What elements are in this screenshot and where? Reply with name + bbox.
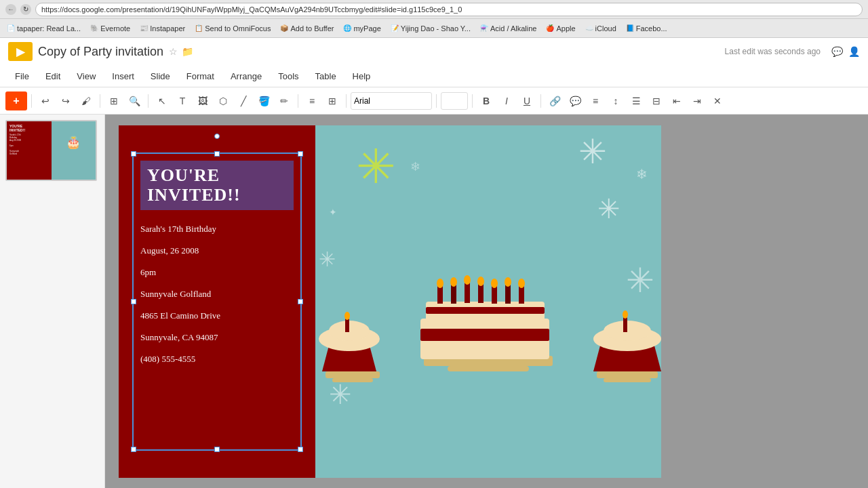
svg-rect-3 (420, 329, 549, 341)
menu-edit[interactable]: Edit (39, 68, 67, 84)
presentation-title: Copy of Party invitation (38, 45, 163, 59)
svg-rect-5 (426, 307, 545, 314)
zoom-button[interactable]: ⊞ (104, 92, 123, 110)
text-button[interactable]: T (173, 92, 192, 110)
handle-top-left[interactable] (131, 151, 136, 157)
menu-tools[interactable]: Tools (271, 68, 305, 84)
comment-button[interactable]: 💬 (566, 92, 585, 110)
bookmark-instapaper[interactable]: 📰 Instapaper (136, 23, 189, 34)
toolbar-divider-1 (31, 94, 32, 108)
toolbar-divider-8 (540, 94, 541, 108)
bookmark-acid-label: Acid / Alkaline (490, 24, 536, 33)
menu-format[interactable]: Format (180, 68, 221, 84)
line-button[interactable]: ╱ (234, 92, 253, 110)
browser-refresh-button[interactable]: ↻ (20, 4, 31, 15)
thumb-right: 🎂 (52, 121, 96, 180)
handle-top-right[interactable] (298, 151, 303, 157)
bookmark-tapaper[interactable]: 📄 tapaper: Read La... (3, 23, 85, 34)
link-button[interactable]: 🔗 (545, 92, 564, 110)
bold-button[interactable]: B (477, 92, 496, 110)
font-size-input[interactable]: 28 (441, 92, 468, 110)
bookmark-apple[interactable]: 🍎 Apple (542, 23, 579, 34)
svg-point-7 (437, 279, 443, 288)
pen-button[interactable]: ✏ (275, 92, 294, 110)
handle-mid-left[interactable] (131, 299, 136, 304)
indent-left-button[interactable]: ⇤ (667, 92, 686, 110)
event-time: 6pm (140, 267, 294, 278)
bookmark-mypage[interactable]: 🌐 myPage (339, 23, 384, 34)
add-button[interactable]: + (5, 92, 27, 110)
table-button[interactable]: ⊞ (323, 92, 342, 110)
select-button[interactable]: ↖ (153, 92, 172, 110)
text-block-selection[interactable]: YOU'RE INVITED!! Sarah's 17th Birthday A… (132, 152, 302, 451)
bookmark-facebook-label: Facebo... (636, 24, 667, 33)
paint-format-button[interactable]: 🖌 (77, 92, 96, 110)
italic-button[interactable]: I (497, 92, 516, 110)
svg-rect-25 (604, 378, 651, 382)
tapaper-icon: 📄 (7, 24, 15, 32)
menu-slide[interactable]: Slide (144, 68, 177, 84)
svg-point-11 (464, 275, 471, 285)
underline-button[interactable]: U (517, 92, 536, 110)
acid-icon: ⚗️ (480, 24, 488, 32)
main-area: YOU'REINVITED!! Sarah's 17thBirthdayAug … (0, 115, 868, 488)
browser-back-button[interactable]: ← (5, 4, 16, 15)
slide-thumbnail-1[interactable]: YOU'REINVITED!! Sarah's 17thBirthdayAug … (5, 120, 97, 181)
menu-table[interactable]: Table (309, 68, 343, 84)
handle-bottom-left[interactable] (131, 447, 136, 452)
bookmark-yijing[interactable]: 📝 Yijing Dao - Shao Y... (387, 23, 475, 34)
browser-bar: ← ↻ https://docs.google.com/presentation… (0, 0, 868, 19)
menu-arrange[interactable]: Arrange (224, 68, 269, 84)
instapaper-icon: 📰 (140, 24, 148, 32)
bookmark-icloud[interactable]: ☁️ iCloud (581, 23, 620, 34)
star-icon[interactable]: ☆ (169, 46, 178, 57)
fill-button[interactable]: 🪣 (254, 92, 273, 110)
slide-right-panel: ✳ ✳ ❄ ✦ ✳ ✳ ❄ ✳ ✳ (315, 125, 661, 478)
bookmark-acid[interactable]: ⚗️ Acid / Alkaline (476, 23, 540, 34)
title-icons: ☆ 📁 (169, 46, 193, 57)
bookmark-omnifocus[interactable]: 📋 Send to OmniFocus (191, 23, 275, 34)
menu-view[interactable]: View (70, 68, 102, 84)
handle-rotate[interactable] (214, 134, 220, 139)
toolbar-divider-7 (472, 94, 473, 108)
handle-bottom-right[interactable] (298, 447, 303, 452)
handle-top-center-resize[interactable] (214, 151, 220, 157)
line-spacing-button[interactable]: ↕ (606, 92, 625, 110)
align-button[interactable]: ≡ (302, 92, 321, 110)
image-button[interactable]: 🖼 (193, 92, 212, 110)
bookmark-evernote[interactable]: 🐘 Evernote (86, 23, 134, 34)
indent-right-button[interactable]: ⇥ (688, 92, 707, 110)
list-button[interactable]: ☰ (627, 92, 646, 110)
last-edit-status: Last edit was seconds ago (725, 47, 821, 56)
menu-file[interactable]: File (8, 68, 36, 84)
url-bar[interactable]: https://docs.google.com/presentation/d/1… (35, 3, 863, 16)
omnifocus-icon: 📋 (195, 24, 203, 32)
bookmark-buffer[interactable]: 📦 Add to Buffer (276, 23, 338, 34)
thumb-detail-text: Sarah's 17thBirthdayAug 26 20086pmSunnyv… (9, 134, 21, 155)
text-align-button[interactable]: ≡ (586, 92, 605, 110)
venue-name: Sunnyvale Golfland (140, 289, 294, 300)
slides-header: ▶ Copy of Party invitation ☆ 📁 Last edit… (0, 38, 868, 87)
svg-point-19 (518, 279, 525, 288)
shape-button[interactable]: ⬡ (214, 92, 233, 110)
user-icon[interactable]: 👤 (848, 46, 860, 57)
bullet-button[interactable]: ⊟ (647, 92, 666, 110)
handle-mid-right[interactable] (298, 299, 303, 304)
redo-button[interactable]: ↪ (56, 92, 75, 110)
font-selector[interactable] (351, 92, 432, 110)
clear-format-button[interactable]: ✕ (708, 92, 727, 110)
handle-bottom-center[interactable] (214, 447, 220, 452)
slides-title-bar: ▶ Copy of Party invitation ☆ 📁 Last edit… (0, 38, 868, 65)
slide-left-panel: YOU'RE INVITED!! Sarah's 17th Birthday A… (119, 125, 315, 478)
menu-insert[interactable]: Insert (105, 68, 141, 84)
venue-block: Sunnyvale Golfland 4865 El Camino Drive … (140, 289, 294, 343)
bookmark-mypage-label: myPage (353, 24, 380, 33)
toolbar-divider-6 (436, 94, 437, 108)
chat-icon[interactable]: 💬 (831, 46, 843, 57)
menu-help[interactable]: Help (346, 68, 378, 84)
folder-icon[interactable]: 📁 (182, 46, 193, 57)
svg-point-31 (623, 310, 628, 319)
magnify-button[interactable]: 🔍 (125, 92, 144, 110)
undo-button[interactable]: ↩ (36, 92, 55, 110)
bookmark-facebook[interactable]: 📘 Facebo... (622, 23, 671, 34)
